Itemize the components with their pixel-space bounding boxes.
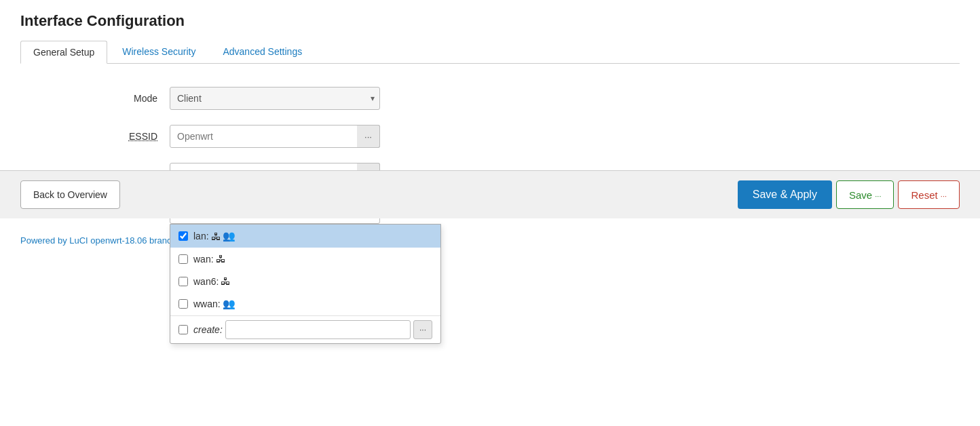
dropdown-checkbox-create[interactable] [178, 325, 188, 334]
save-apply-button[interactable]: Save & Apply [738, 180, 832, 209]
tab-general-setup[interactable]: General Setup [20, 41, 107, 64]
back-to-overview-button[interactable]: Back to Overview [20, 180, 120, 209]
mode-select[interactable]: Client Access Point Ad-Hoc [170, 87, 380, 110]
dropdown-item-wwan[interactable]: wwan: 👥 [170, 292, 440, 315]
right-buttons: Save & Apply Save ··· Reset ··· [738, 180, 960, 209]
essid-input-wrap: ··· [170, 125, 380, 148]
save-button[interactable]: Save ··· [836, 180, 894, 209]
dropdown-item-create: create: ··· [170, 315, 440, 343]
dropdown-item-lan[interactable]: lan: 🖧 👥 [170, 225, 440, 248]
network-dropdown-menu: lan: 🖧 👥 wan: 🖧 [170, 224, 441, 344]
dropdown-checkbox-wwan[interactable] [178, 299, 188, 309]
create-text-input[interactable] [225, 320, 411, 339]
essid-label: ESSID [20, 131, 170, 142]
form-area: Mode Client Access Point Ad-Hoc ▾ ESSID … [20, 80, 960, 246]
create-label: create: [193, 324, 223, 335]
dropdown-item-wan6[interactable]: wan6: 🖧 [170, 270, 440, 292]
mode-label: Mode [20, 93, 170, 104]
tab-advanced-settings[interactable]: Advanced Settings [210, 41, 314, 63]
dropdown-item-wan[interactable]: wan: 🖧 [170, 248, 440, 270]
reset-button[interactable]: Reset ··· [898, 180, 960, 209]
dropdown-checkbox-wan6[interactable] [178, 277, 188, 286]
essid-input[interactable] [170, 125, 380, 148]
essid-row: ESSID ··· [20, 125, 960, 148]
page-title: Interface Configuration [20, 12, 960, 30]
tabs-bar: General Setup Wireless Security Advanced… [20, 41, 960, 64]
mode-row: Mode Client Access Point Ad-Hoc ▾ [20, 87, 960, 110]
dropdown-checkbox-lan[interactable] [178, 231, 188, 241]
dropdown-checkbox-wan[interactable] [178, 254, 188, 264]
bottom-bar: Back to Overview Save & Apply Save ··· R… [0, 170, 980, 218]
essid-scan-button[interactable]: ··· [357, 125, 380, 148]
mode-select-wrap: Client Access Point Ad-Hoc ▾ [170, 87, 380, 110]
create-browse-button[interactable]: ··· [413, 320, 432, 339]
tab-wireless-security[interactable]: Wireless Security [110, 41, 208, 63]
